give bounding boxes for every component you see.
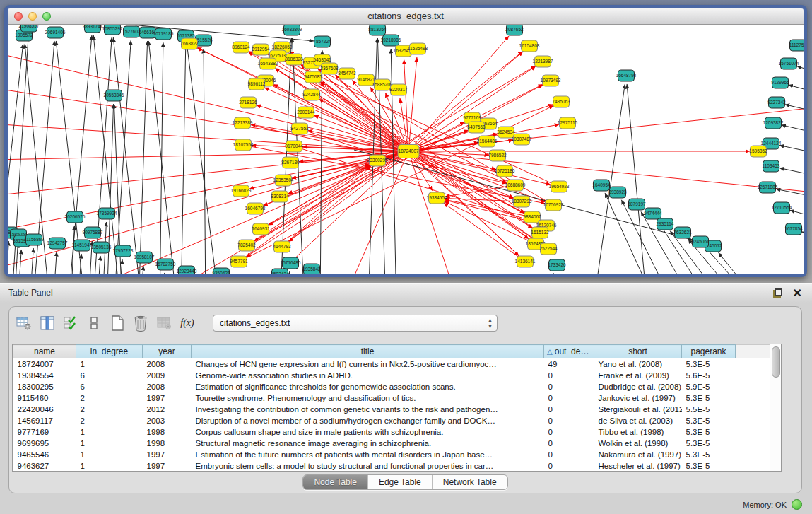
graph-edge[interactable] [97, 256, 100, 274]
graph-edge[interactable] [113, 37, 142, 274]
table-cell[interactable]: 18724007 [13, 358, 76, 370]
graph-node[interactable]: 19166829 [231, 185, 252, 197]
graph-edge[interactable] [8, 44, 408, 151]
graph-node[interactable]: 11156869 [24, 234, 44, 245]
graph-node[interactable]: 12093822 [763, 117, 784, 129]
graph-edge[interactable] [445, 198, 522, 201]
graph-node[interactable]: 1935842 [302, 264, 321, 274]
table-cell[interactable]: 5.3E-5 [682, 449, 736, 460]
table-cell[interactable]: Dudbridge et al. (2008) [594, 381, 682, 392]
graph-node[interactable]: 1595852 [749, 146, 767, 157]
graph-node[interactable]: 1640931 [252, 223, 270, 235]
table-cell[interactable]: 2 [76, 392, 143, 404]
graph-node[interactable]: 8960124 [232, 42, 250, 53]
table-cell[interactable]: 6 [76, 370, 143, 381]
table-cell[interactable]: 1997 [143, 460, 192, 472]
graph-node[interactable]: 6497568 [467, 122, 486, 133]
graph-node[interactable]: 1527602 [122, 26, 141, 37]
table-cell[interactable]: 1 [76, 426, 143, 438]
network-canvas[interactable]: 1905572219085572069140628931741108552971… [8, 25, 804, 274]
graph-node[interactable]: 1677854 [784, 223, 803, 235]
table-cell[interactable]: Embryonic stem cells: a model to study s… [192, 460, 544, 472]
table-cell[interactable]: Jankovic et al. (1997) [594, 392, 682, 404]
table-cell[interactable]: 2008 [143, 381, 192, 392]
network-window[interactable]: citations_edges.txt 19055722190855720691… [4, 5, 807, 277]
graph-node[interactable]: 9474444 [644, 208, 662, 219]
table-cell[interactable]: 1997 [143, 449, 192, 460]
graph-node[interactable]: 10958107 [134, 252, 155, 263]
graph-node[interactable]: 18724007 [398, 145, 419, 158]
table-cell[interactable]: 2012 [143, 404, 192, 415]
close-window-button[interactable] [14, 12, 23, 21]
table-cell[interactable]: Yano et al. (2008) [594, 358, 682, 370]
graph-node[interactable]: 7986522 [488, 150, 507, 161]
table-cell[interactable]: 5.6E-5 [682, 370, 736, 381]
table-cell[interactable]: 0 [544, 415, 594, 426]
graph-node[interactable]: 9227343 [767, 97, 786, 108]
table-row[interactable]: 1938455462009Genome-wide association stu… [13, 370, 770, 381]
graph-node[interactable]: 15716485 [281, 257, 301, 269]
graph-node[interactable]: 28931741 [83, 25, 103, 33]
table-cell[interactable]: 9465546 [13, 449, 76, 460]
graph-edge[interactable] [160, 42, 163, 274]
graph-node[interactable]: 1640954 [592, 180, 611, 191]
graph-edge[interactable] [538, 273, 553, 274]
table-cell[interactable]: 2 [76, 415, 143, 426]
graph-edge[interactable] [30, 248, 33, 274]
table-cell[interactable]: 5.5E-5 [682, 404, 736, 415]
graph-node[interactable]: 12671885 [758, 182, 778, 193]
table-cell[interactable]: 6 [76, 381, 143, 392]
graph-node[interactable]: 2087652 [505, 25, 524, 35]
graph-edge[interactable] [790, 210, 804, 221]
graph-node[interactable]: 21908557 [19, 25, 40, 32]
table-cell[interactable]: Stergiakouli et al. (2012) [594, 404, 682, 415]
graph-node[interactable]: 15725186 [495, 165, 515, 177]
graph-node[interactable]: 20691406 [45, 27, 66, 38]
graph-node[interactable]: 9129965 [771, 77, 789, 88]
graph-node[interactable]: 10855297 [102, 25, 123, 35]
graph-edge[interactable] [187, 45, 220, 274]
table-row[interactable]: 1830029562008Estimation of significance … [13, 381, 770, 392]
graph-node[interactable]: 12923448 [177, 266, 197, 274]
graph-edge[interactable] [8, 151, 408, 160]
graph-node[interactable]: 18807293 [512, 196, 532, 207]
select-rows-icon[interactable] [61, 314, 80, 332]
graph-node[interactable]: 1103453 [763, 160, 780, 172]
table-cell[interactable]: 2 [76, 404, 143, 415]
graph-edge[interactable] [444, 203, 525, 262]
graph-node[interactable]: 8454743 [338, 68, 356, 79]
graph-node[interactable]: 20553346 [104, 90, 124, 101]
function-builder-icon[interactable]: f(x) [178, 314, 196, 332]
graph-node[interactable]: 23300295 [367, 155, 388, 166]
graph-edge[interactable] [53, 252, 57, 274]
row-height-icon[interactable] [85, 314, 103, 332]
tab-edge-table[interactable]: Edge Table [367, 475, 432, 489]
graph-node[interactable]: 14136141 [515, 256, 536, 267]
table-row[interactable]: 977716911998Corpus callosum shape and si… [13, 426, 770, 438]
table-row[interactable]: 911546021997Tourette syndrome. Phenomeno… [13, 392, 770, 404]
graph-node[interactable]: 10719185 [153, 28, 174, 40]
table-cell[interactable]: 5.3E-5 [682, 460, 736, 472]
graph-node[interactable]: 9170044 [285, 141, 303, 152]
graph-node[interactable]: 12213987 [533, 56, 553, 67]
table-cell[interactable]: Changes of HCN gene expression and I(f) … [192, 358, 544, 370]
graph-edge[interactable] [779, 168, 804, 178]
table-cell[interactable]: 1998 [143, 438, 192, 449]
table-scrollbar[interactable] [770, 344, 781, 471]
graph-node[interactable]: 9350421 [212, 268, 230, 274]
table-row[interactable]: 969969511998Structural magnetic resonanc… [13, 438, 770, 449]
graph-node[interactable]: 7663822 [180, 38, 199, 49]
column-header-name[interactable]: name [13, 345, 76, 358]
graph-node[interactable]: 9896112 [248, 78, 266, 90]
graph-node[interactable]: 1615132 [531, 227, 549, 238]
graph-node[interactable]: 16782759 [155, 259, 176, 270]
new-table-icon[interactable] [108, 314, 126, 332]
table-cell[interactable]: 14569117 [13, 415, 76, 426]
column-header-short[interactable]: short [594, 345, 682, 358]
table-cell[interactable]: Corpus callosum shape and size in male p… [192, 426, 544, 438]
table-cell[interactable]: 49 [544, 358, 594, 370]
graph-edge[interactable] [354, 150, 692, 240]
table-cell[interactable]: Investigating the contribution of common… [192, 404, 544, 415]
table-cell[interactable]: Tibbo et al. (1998) [594, 426, 682, 438]
table-cell[interactable]: 1 [76, 438, 143, 449]
